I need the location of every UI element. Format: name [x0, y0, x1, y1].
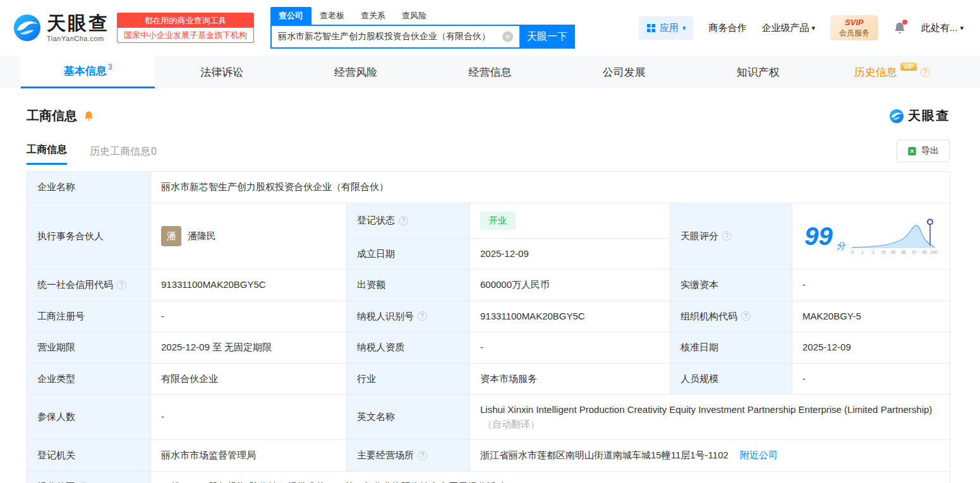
excel-export-icon — [907, 146, 917, 156]
question-icon[interactable]: ? — [117, 280, 126, 290]
subtab-business-registration[interactable]: 工商信息 — [27, 143, 67, 165]
nav-tab-company-development[interactable]: 公司发展 — [557, 56, 691, 88]
svg-text:0: 0 — [851, 250, 854, 254]
table-row: 登记机关 丽水市市场监督管理局 主要经营场所? 浙江省丽水市莲都区南明山街道南城… — [27, 440, 950, 472]
subscribe-bell-button[interactable] — [83, 110, 94, 122]
company-type-value: 有限合伙企业 — [151, 363, 347, 395]
table-row: 参保人数 - 英文名称 Lishui Xinxin Intelligent Pr… — [27, 395, 950, 440]
company-name-value: 丽水市新芯智生产创力股权投资合伙企业（有限合伙） — [151, 172, 950, 203]
paid-capital-value: - — [792, 270, 950, 301]
english-name-value: Lishui Xinxin Intelligent Production Cre… — [480, 404, 932, 415]
registration-number-label: 工商注册号 — [27, 301, 151, 332]
nav-tab-basic-info[interactable]: 基本信息 3 — [21, 56, 155, 88]
registration-number-value: - — [151, 301, 347, 332]
top-right-menu: 应用 ▾ 商务合作 企业级产品 ▾ SVIP 会员服务 此处有... ▾ — [639, 15, 964, 40]
score-value: 99 — [804, 224, 833, 249]
industry-value: 资本市场服务 — [470, 363, 670, 395]
chevron-down-icon: ▾ — [682, 24, 686, 32]
table-row: 经营范围? 一般项目：股权投资(除依法须经批准的项目外，凭营业执照依法自主开展经… — [27, 471, 950, 483]
user-menu[interactable]: 此处有... ▾ — [921, 22, 964, 34]
question-icon[interactable]: ? — [741, 311, 751, 321]
org-code-label: 组织机构代码? — [670, 301, 792, 332]
taxpayer-quality-label: 纳税人资质 — [347, 332, 470, 364]
address-value: 浙江省丽水市莲都区南明山街道南城车城15幢11层1号-1102 — [480, 450, 729, 460]
slogan-line2: 国家中小企业发展子基金旗下机构 — [118, 28, 253, 42]
tianyan-score-label: 天眼评分? — [670, 203, 792, 270]
export-button[interactable]: 导出 — [897, 140, 950, 162]
question-icon[interactable]: ? — [418, 451, 427, 460]
apps-grid-icon — [646, 23, 656, 33]
table-row: 企业名称 丽水市新芯智生产创力股权投资合伙企业（有限合伙） — [27, 172, 950, 203]
subtab-label: 历史工商信息 — [90, 146, 150, 157]
nav-tab-business-info[interactable]: 经营信息 — [423, 56, 557, 88]
search-tabs: 查公司 查老板 查关系 查风险 — [270, 7, 575, 25]
taxpayer-id-label: 纳税人识别号? — [347, 301, 470, 332]
nav-tab-label: 法律诉讼 — [200, 65, 243, 80]
question-icon[interactable]: ? — [418, 311, 427, 321]
nav-tab-operating-risk[interactable]: 经营风险 — [289, 56, 423, 88]
svip-label: SVIP — [839, 18, 869, 28]
status-badge: 开业 — [480, 212, 516, 230]
notification-dot — [902, 20, 907, 25]
nav-tab-label: 历史信息 — [854, 65, 897, 80]
business-scope-label: 经营范围? — [27, 471, 151, 483]
clear-icon[interactable]: ✕ — [502, 32, 513, 42]
question-icon[interactable]: ? — [921, 68, 930, 77]
main-content: 工商信息 天眼查 工商信息 历史工商信息0 — [0, 107, 980, 483]
export-label: 导出 — [921, 145, 939, 157]
main-premises-cell: 浙江省丽水市莲都区南明山街道南城车城15幢11层1号-1102 附近公司 — [470, 440, 950, 472]
enterprise-products-link[interactable]: 企业级产品 ▾ — [761, 22, 815, 34]
business-term-label: 营业期限 — [27, 332, 151, 364]
svg-text:85: 85 — [901, 250, 906, 254]
tianyancha-logo-icon — [889, 109, 904, 124]
svg-text:99: 99 — [922, 250, 927, 254]
english-name-cell: Lishui Xinxin Intelligent Production Cre… — [470, 395, 950, 440]
search-area: 查公司 查老板 查关系 查风险 ✕ 天眼一下 — [270, 7, 575, 49]
slogan-line1: 都在用的商业查询工具 — [118, 13, 253, 28]
registration-authority-value: 丽水市市场监督管理局 — [151, 440, 347, 472]
capital-value: 600000万人民币 — [470, 270, 670, 301]
question-icon[interactable]: ? — [399, 216, 408, 225]
logo[interactable]: 天眼查 TianYanCha.com — [13, 13, 109, 42]
nav-tab-intellectual-property[interactable]: 知识产权 — [691, 56, 825, 88]
tianyancha-logo-icon — [13, 13, 42, 42]
apps-button[interactable]: 应用 ▾ — [639, 16, 694, 40]
notification-bell-button[interactable] — [893, 21, 906, 35]
enterprise-products-label: 企业级产品 — [761, 22, 809, 34]
search-button[interactable]: 天眼一下 — [519, 25, 575, 49]
establishment-date-value: 2025-12-09 — [470, 238, 670, 270]
member-service-label: 会员服务 — [839, 28, 869, 38]
paid-capital-label: 实缴资本 — [670, 270, 792, 301]
search-tab-risk[interactable]: 查风险 — [394, 7, 435, 25]
business-scope-value: 一般项目：股权投资(除依法须经批准的项目外，凭营业执照依法自主开展经营活动)。 — [151, 471, 950, 483]
subtab-history-registration[interactable]: 历史工商信息0 — [90, 145, 157, 165]
svip-member-button[interactable]: SVIP 会员服务 — [830, 15, 878, 40]
brand-watermark: 天眼查 — [889, 107, 950, 124]
question-icon[interactable]: ? — [722, 231, 732, 241]
executive-partner-label: 执行事务合伙人 — [27, 203, 151, 270]
company-name-label: 企业名称 — [27, 172, 151, 203]
nav-tab-label: 经营风险 — [334, 65, 377, 80]
nav-tab-legal-proceedings[interactable]: 法律诉讼 — [155, 56, 289, 88]
approval-date-label: 核准日期 — [670, 332, 792, 364]
business-info-table: 企业名称 丽水市新芯智生产创力股权投资合伙企业（有限合伙） 执行事务合伙人 潘 … — [27, 171, 950, 483]
business-term-value: 2025-12-09 至 无固定期限 — [151, 332, 347, 364]
main-premises-label: 主要经营场所? — [347, 440, 470, 472]
credit-code-value: 91331100MAK20BGY5C — [151, 270, 347, 301]
nearby-companies-link[interactable]: 附近公司 — [740, 450, 778, 460]
taxpayer-id-value: 91331100MAK20BGY5C — [470, 301, 670, 332]
table-row: 企业类型 有限合伙企业 行业 资本市场服务 人员规模 - — [27, 363, 950, 395]
search-tab-relation[interactable]: 查关系 — [353, 7, 394, 25]
svg-text:100: 100 — [930, 250, 937, 254]
search-tab-company[interactable]: 查公司 — [270, 7, 312, 25]
section-title: 工商信息 — [27, 107, 77, 124]
business-cooperation-link[interactable]: 商务合作 — [708, 22, 746, 34]
nav-tab-label: 经营信息 — [468, 65, 511, 80]
tianyan-score-cell[interactable]: 99 分 0 1 3 15 50 — [792, 203, 950, 270]
search-tab-boss[interactable]: 查老板 — [312, 7, 353, 25]
insured-count-value: - — [151, 395, 347, 440]
table-row: 营业期限 2025-12-09 至 无固定期限 纳税人资质 - 核准日期 202… — [27, 332, 950, 364]
partner-link[interactable]: 潘 潘隆民 — [161, 226, 336, 246]
search-input[interactable] — [270, 25, 519, 49]
nav-tab-history-info[interactable]: 历史信息 VIP ? — [825, 56, 959, 88]
